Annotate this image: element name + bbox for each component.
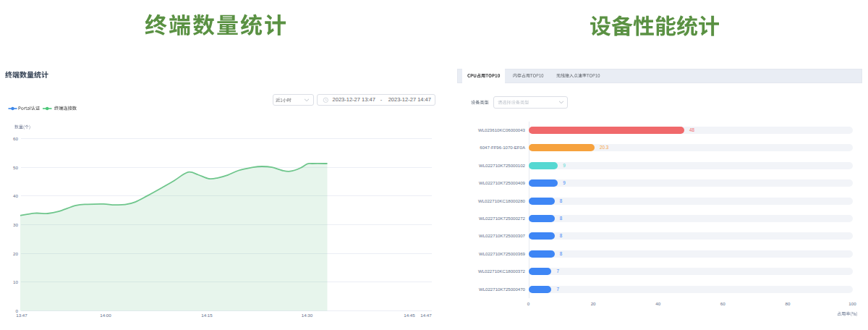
svg-text:20: 20 [13,251,18,256]
svg-text:14:45: 14:45 [404,313,415,318]
svg-text:10: 10 [13,279,18,284]
svg-text:50: 50 [13,165,18,170]
svg-text:30: 30 [13,222,18,227]
svg-text:60: 60 [13,136,18,141]
svg-text:40: 40 [13,193,18,198]
svg-text:13:47: 13:47 [16,313,27,318]
svg-text:14:30: 14:30 [302,313,313,318]
svg-text:14:00: 14:00 [100,313,111,318]
svg-text:14:15: 14:15 [201,313,213,318]
svg-text:14:47: 14:47 [420,313,432,318]
